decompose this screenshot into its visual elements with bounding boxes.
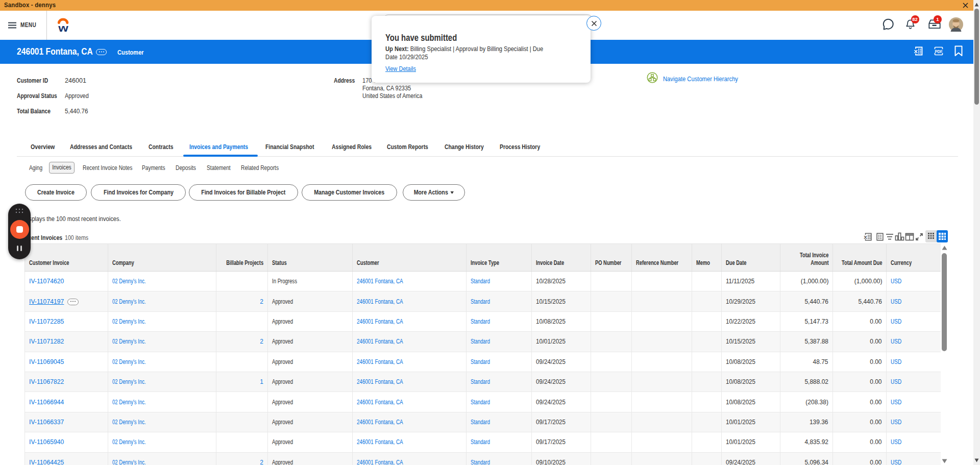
svg-text:PDF: PDF [935,48,942,54]
svg-text:x: x [914,48,918,54]
svg-text:x: x [864,234,867,240]
svg-text:w: w [58,22,68,32]
